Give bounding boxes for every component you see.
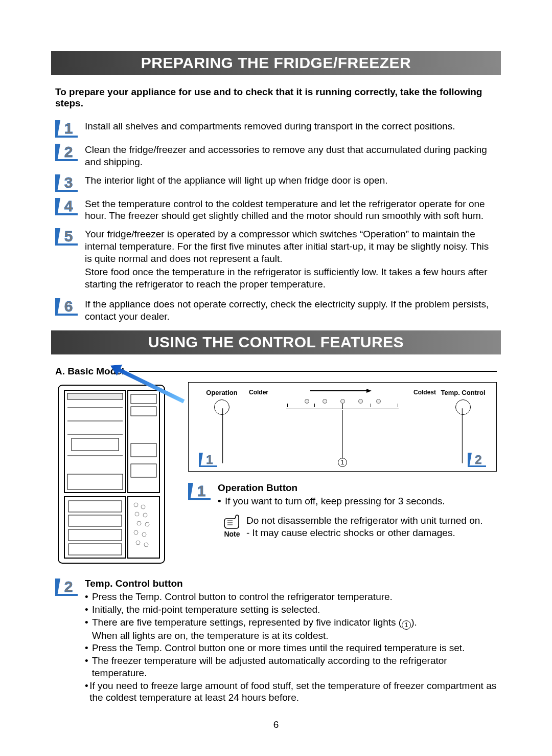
step-2: 2 Clean the fridge/freezer and accessori… <box>55 143 497 168</box>
temp-b3c: When all lights are on, the temperature … <box>92 630 329 641</box>
temp-control-section: 2 Temp. Control button •Press the Temp. … <box>55 577 497 704</box>
banner-preparing: PREPARING THE FRIDGE/FREEZER <box>51 51 501 75</box>
step-badge-5: 5 <box>55 228 78 246</box>
temp-control-button[interactable] <box>455 399 471 415</box>
scale-group: Colder Coldest <box>245 389 440 409</box>
heading-rule <box>129 371 497 372</box>
svg-rect-38 <box>128 497 159 558</box>
operation-group: Operation <box>199 389 245 415</box>
svg-text:2: 2 <box>64 144 73 160</box>
svg-rect-21 <box>67 393 123 399</box>
step-badge-1: 1 <box>55 120 78 138</box>
note-label: Note <box>224 530 240 539</box>
operation-body: Operation Button •If you want to turn of… <box>218 482 497 539</box>
svg-rect-27 <box>67 474 123 490</box>
temp-group: Temp. Control <box>440 389 486 415</box>
step-badge-4: 4 <box>55 198 78 215</box>
note-hand-icon <box>223 515 241 530</box>
svg-text:1: 1 <box>64 120 73 137</box>
scale-labels: Colder Coldest <box>245 389 440 396</box>
note-line-2: - It may cause electric shocks or other … <box>246 527 497 539</box>
temp-b3a: There are five temperature settings, rep… <box>92 617 402 628</box>
svg-rect-34 <box>68 501 122 512</box>
operation-badge-1: 1 <box>188 483 211 500</box>
svg-marker-54 <box>199 453 203 467</box>
indicator-dots <box>245 399 440 404</box>
step-4: 4 Set the temperature control to the col… <box>55 197 497 223</box>
temp-badge-2: 2 <box>55 579 78 596</box>
temp-bullet-1: •Press the Temp. Control button to contr… <box>85 591 497 603</box>
step-5: 5 Your fridge/freezer is operated by a c… <box>55 227 497 292</box>
coldest-label: Coldest <box>413 389 436 396</box>
temp-bullet-4: •Press the Temp. Control button one or m… <box>85 642 497 654</box>
fridge-illustration <box>55 382 173 568</box>
svg-marker-9 <box>55 198 60 215</box>
step-3: 3 The interior light of the appliance wi… <box>55 173 497 192</box>
svg-text:5: 5 <box>64 228 73 244</box>
temp-bullet-2: •Initially, the mid-point temperature se… <box>85 604 497 616</box>
banner-using: USING THE CONTROL FEATURES <box>51 330 501 354</box>
temp-body: Temp. Control button •Press the Temp. Co… <box>85 577 497 704</box>
temp-bullet-6: •If you need to freeze large amount of f… <box>85 680 497 704</box>
note-text: Do not disassemble the refrigerator with… <box>246 515 497 539</box>
svg-rect-30 <box>131 407 156 416</box>
scale-arrow-icon <box>310 389 372 393</box>
step-badge-3: 3 <box>55 174 78 192</box>
operation-bullet-1: •If you want to turn off, keep pressing … <box>218 495 497 507</box>
svg-rect-37 <box>68 544 122 555</box>
fridge-svg <box>55 382 168 566</box>
circled-1-icon: 1 <box>338 458 347 467</box>
operation-button-section: 1 Operation Button •If you want to turn … <box>188 482 497 539</box>
operation-title: Operation Button <box>218 482 497 494</box>
svg-marker-57 <box>468 453 472 467</box>
callout-1-badge: 1 <box>199 453 217 467</box>
temp-label: Temp. Control <box>440 389 486 396</box>
note-icon-col: Note <box>218 515 246 539</box>
panel-bottom-row: 1 1 2 <box>199 453 486 467</box>
step-6: 6 If the appliance does not operate corr… <box>55 297 497 323</box>
svg-marker-3 <box>55 144 60 161</box>
page-number: 6 <box>51 719 501 730</box>
indicator-dot <box>376 399 381 404</box>
colder-label: Colder <box>249 389 268 396</box>
temp-bullet-3: • There are five temperature settings, r… <box>85 616 497 642</box>
svg-text:3: 3 <box>64 174 73 191</box>
svg-rect-25 <box>72 438 119 451</box>
svg-rect-32 <box>131 464 156 477</box>
indicator-dot <box>358 399 363 404</box>
svg-marker-15 <box>55 298 60 316</box>
svg-marker-6 <box>55 174 60 192</box>
operation-label: Operation <box>199 389 245 396</box>
step-text-3: The interior light of the appliance will… <box>85 173 388 187</box>
svg-rect-36 <box>68 529 122 541</box>
svg-text:2: 2 <box>475 453 481 466</box>
temp-bullet-5: •The freezer temperature will be adjuste… <box>85 655 497 679</box>
step-text-1: Install all shelves and compartments rem… <box>85 119 455 132</box>
svg-rect-31 <box>131 443 156 457</box>
svg-marker-66 <box>55 579 60 596</box>
callout-2-badge: 2 <box>468 453 486 467</box>
operation-button[interactable] <box>214 399 229 415</box>
svg-text:1: 1 <box>197 483 206 499</box>
svg-text:6: 6 <box>64 298 73 315</box>
indicator-dot <box>340 399 345 404</box>
intro-text: To prepare your appliance for use and to… <box>55 86 497 109</box>
svg-marker-50 <box>366 389 372 393</box>
steps-list: 1 Install all shelves and compartments r… <box>55 119 497 322</box>
svg-text:1: 1 <box>206 453 213 466</box>
page: PREPARING THE FRIDGE/FREEZER To prepare … <box>0 0 552 751</box>
temp-title: Temp. Control button <box>85 577 497 590</box>
step-text-4: Set the temperature control to the colde… <box>85 197 497 223</box>
control-panel-col: Operation Colder Coldest <box>173 382 497 568</box>
dot-baseline <box>286 409 399 409</box>
callout-circled-1: 1 <box>338 456 347 467</box>
note-line-1: Do not disassemble the refrigerator with… <box>246 515 497 527</box>
step-badge-2: 2 <box>55 144 78 161</box>
model-a-diagram: Operation Colder Coldest <box>55 382 497 568</box>
svg-marker-0 <box>55 120 60 138</box>
svg-marker-12 <box>55 228 60 246</box>
svg-rect-35 <box>68 515 122 526</box>
svg-text:4: 4 <box>64 198 73 214</box>
step-text-5: Your fridge/freezer is operated by a com… <box>85 227 497 292</box>
indicator-dot <box>323 399 327 404</box>
